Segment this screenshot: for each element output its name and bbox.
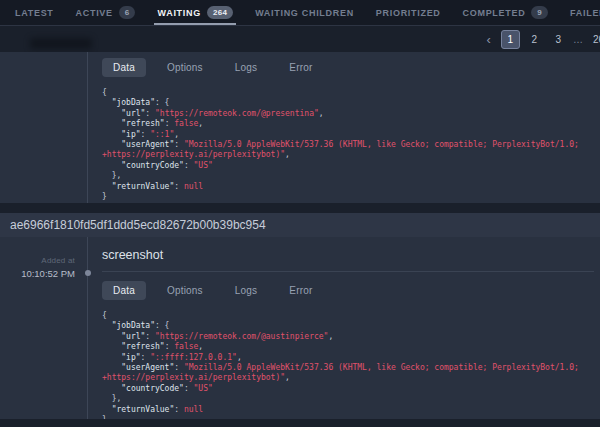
job-card-1: Data Options Logs Error { "jobData": { "… <box>0 52 600 203</box>
waiting-count-badge: 264 <box>207 6 233 19</box>
tab-completed[interactable]: COMPLETED9 <box>452 0 560 25</box>
job-2-id[interactable]: ae6966f1810fd5df1ddd5ecd82672b00b39bc954 <box>0 213 600 237</box>
title-divider <box>102 271 594 272</box>
job-2-tab-logs[interactable]: Logs <box>224 281 269 300</box>
tab-waiting-label: WAITING <box>157 8 200 18</box>
tab-waiting-children-label: WAITING CHILDREN <box>255 8 354 18</box>
job-2-tab-options[interactable]: Options <box>156 281 214 300</box>
added-at-label: Added at <box>21 256 75 265</box>
job-1-tab-error[interactable]: Error <box>278 58 323 77</box>
pagination-last-page[interactable]: 26 <box>589 30 600 49</box>
tab-failed[interactable]: FAILED <box>559 0 600 25</box>
active-count-badge: 6 <box>119 6 136 19</box>
job-2-json-data: { "jobData": { "url": "https://remoteok.… <box>102 311 594 419</box>
job-2-name: screenshot <box>102 243 594 262</box>
added-at-time: 10:10:52 PM <box>21 268 75 279</box>
job-1-tab-data[interactable]: Data <box>102 58 146 77</box>
job-1-tab-logs[interactable]: Logs <box>224 58 269 77</box>
timeline-column: Added at 10:10:52 PM <box>0 237 88 419</box>
queue-name-redacted <box>30 38 92 49</box>
pagination-page-1[interactable]: 1 <box>501 30 520 49</box>
tab-active[interactable]: ACTIVE6 <box>65 0 147 25</box>
job-2-tab-error[interactable]: Error <box>278 281 323 300</box>
completed-count-badge: 9 <box>531 6 548 19</box>
job-card-2: ae6966f1810fd5df1ddd5ecd82672b00b39bc954… <box>0 213 600 419</box>
timeline-column <box>0 52 88 203</box>
tab-waiting-children[interactable]: WAITING CHILDREN <box>244 0 365 25</box>
job-1-json-data: { "jobData": { "url": "https://remoteok.… <box>102 88 594 202</box>
tab-prioritized[interactable]: PRIORITIZED <box>365 0 452 25</box>
pagination-page-2[interactable]: 2 <box>525 30 544 49</box>
queue-status-nav: LATEST ACTIVE6 WAITING264 WAITING CHILDR… <box>0 0 600 26</box>
tab-waiting[interactable]: WAITING264 <box>146 0 244 25</box>
tab-active-label: ACTIVE <box>76 8 113 18</box>
pagination-page-3[interactable]: 3 <box>549 30 568 49</box>
timeline-dot <box>85 270 91 276</box>
tab-completed-label: COMPLETED <box>463 8 526 18</box>
pagination-prev-icon[interactable]: ‹ <box>482 31 496 49</box>
toolbar: ‹ 1 2 3 … 26 <box>0 26 600 52</box>
tab-failed-label: FAILED <box>570 8 600 18</box>
job-2-tab-data[interactable]: Data <box>102 281 146 300</box>
tab-latest[interactable]: LATEST <box>4 0 65 25</box>
job-1-detail-tabs: Data Options Logs Error <box>102 58 594 77</box>
job-2-detail-tabs: Data Options Logs Error <box>102 281 594 300</box>
pagination-ellipsis: … <box>573 34 584 45</box>
tab-latest-label: LATEST <box>15 8 54 18</box>
pagination: ‹ 1 2 3 … 26 <box>482 30 600 49</box>
tab-prioritized-label: PRIORITIZED <box>376 8 441 18</box>
job-1-tab-options[interactable]: Options <box>156 58 214 77</box>
